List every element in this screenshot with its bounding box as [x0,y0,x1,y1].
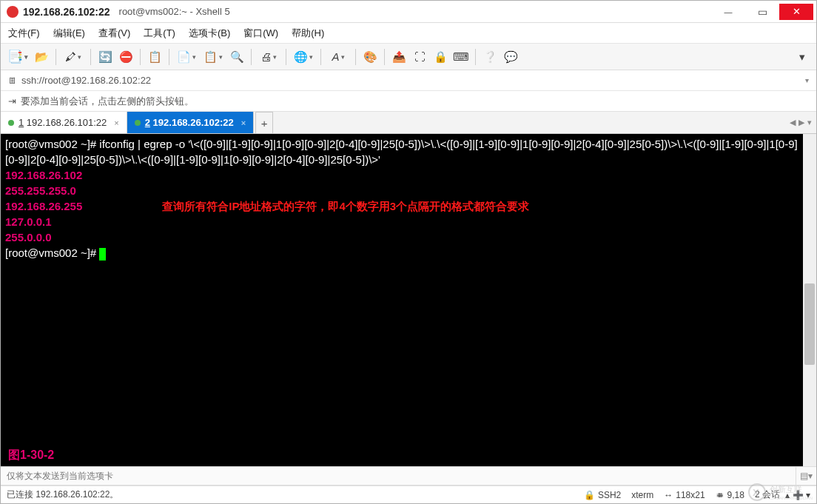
lock-icon: 🔒 [584,490,595,500]
menu-file[interactable]: 文件(F) [8,27,40,40]
terminal-area: [root@vms002 ~]# ifconfig | egrep -o '\<… [1,134,816,466]
address-url[interactable]: ssh://root@192.168.26.102:22 [21,75,151,86]
tab-index: 1 [19,117,24,128]
tab-prev-button[interactable]: ◀ [790,118,796,127]
status-sessions: 2 会话 ▴ ➕ ▾ [755,488,810,501]
lock-icon: 🗏 [8,75,17,86]
scrollbar-track[interactable] [803,134,816,466]
menu-tab[interactable]: 选项卡(B) [189,27,230,40]
session-tabstrip: 1 192.168.26.101:22 × 2 192.168.26.102:2… [1,112,816,134]
menu-view[interactable]: 查看(V) [98,27,130,40]
status-dot-icon [135,120,141,126]
compose-bar: ▤▾ [1,466,816,485]
app-icon [7,6,19,18]
figure-label: 图1-30-2 [8,448,54,462]
disconnect-button[interactable]: ⛔ [116,47,135,67]
toolbar-separator [384,49,385,65]
hint-text: 要添加当前会话，点击左侧的箭头按钮。 [21,95,194,108]
tab-nav: ◀ ▶ ▾ [790,112,816,133]
position-icon: ⩩ [716,490,724,500]
menu-help[interactable]: 帮助(H) [292,27,324,40]
status-dot-icon [8,120,14,126]
compose-target-button[interactable]: ▤▾ [796,467,816,485]
fullscreen-button[interactable]: ⛶ [410,47,429,67]
hint-arrow-icon[interactable]: ⇥ [8,95,16,107]
status-ssh: 🔒SSH2 [584,490,621,500]
toolbar-separator [140,49,141,65]
feedback-button[interactable]: 💬 [501,47,520,67]
color-scheme-button[interactable]: 🎨 [360,47,380,67]
toolbar-separator [56,49,56,65]
status-size: ↔ 118x21 [664,490,705,500]
copy-button[interactable]: 📄 [174,47,199,67]
encoding-button[interactable]: 🌐 [291,47,316,67]
lock-button[interactable]: 🔒 [431,47,450,67]
toolbar-separator [475,49,476,65]
toolbar-overflow-button[interactable]: ▾ [793,47,812,67]
window-maximize-button[interactable] [745,4,779,20]
status-bar: 已连接 192.168.26.102:22。 🔒SSH2 xterm ↔ 118… [1,485,816,503]
tab-index: 2 [145,117,150,128]
address-overflow[interactable]: ▾ [805,76,809,84]
tab-close-button[interactable]: × [114,118,118,127]
menu-edit[interactable]: 编辑(E) [53,27,85,40]
terminal-output: 192.168.26.102 [5,169,82,181]
session-tab-2[interactable]: 2 192.168.26.102:22 × [127,112,254,133]
status-term: xterm [631,490,653,500]
terminal-scrollbar[interactable] [803,134,816,466]
open-button[interactable]: 📂 [32,47,51,67]
compose-input[interactable] [1,471,796,481]
window-close-button[interactable] [779,4,813,20]
address-bar: 🗏 ssh://root@192.168.26.102:22 ▾ [1,70,816,91]
menubar: 文件(F) 编辑(E) 查看(V) 工具(T) 选项卡(B) 窗口(W) 帮助(… [1,23,816,44]
reconnect-button[interactable]: 🔄 [95,47,115,67]
paste-button[interactable]: 📋 [201,47,226,67]
menu-tools[interactable]: 工具(T) [144,27,175,40]
toolbar-separator [90,49,91,65]
resize-icon: ↔ [664,490,673,500]
new-session-button[interactable]: 📑 [5,47,30,67]
new-tab-button[interactable]: + [255,112,273,133]
highlight-button[interactable]: 🖍 [61,47,86,67]
titlebar-title: root@vms002:~ - Xshell 5 [119,6,230,17]
toolbar-separator [251,49,252,65]
terminal-cursor [99,248,106,261]
status-connection: 已连接 192.168.26.102:22。 [7,488,118,501]
terminal-output: 192.168.26.255 [5,200,82,212]
status-cursor: ⩩ 9,18 [716,490,744,500]
toolbar-separator [320,49,321,65]
tab-close-button[interactable]: × [241,118,246,127]
terminal-command: [root@vms002 ~]# ifconfig | egrep -o '\<… [5,138,798,166]
toolbar-separator [286,49,286,65]
titlebar: 192.168.26.102:22 root@vms002:~ - Xshell… [1,1,816,23]
tab-list-button[interactable]: ▾ [807,118,812,127]
terminal-output: 255.0.0.0 [5,231,52,243]
terminal-annotation: 查询所有符合IP地址格式的字符，即4个数字用3个点隔开的格式都符合要求 [162,200,529,212]
scrollbar-thumb[interactable] [804,283,815,365]
transfer-button[interactable]: 📤 [389,47,408,67]
properties-button[interactable]: 📋 [145,47,164,67]
help-button[interactable]: ❔ [480,47,500,67]
terminal[interactable]: [root@vms002 ~]# ifconfig | egrep -o '\<… [1,134,803,466]
tab-label: 192.168.26.101:22 [27,117,107,128]
toolbar: 📑 📂 🖍 🔄 ⛔ 📋 📄 📋 🔍 🖨 🌐 A 🎨 📤 ⛶ 🔒 ⌨ ❔ 💬 ▾ [1,44,816,70]
app-window: 192.168.26.102:22 root@vms002:~ - Xshell… [0,0,817,504]
hint-bar: ⇥ 要添加当前会话，点击左侧的箭头按钮。 [1,91,816,112]
keyboard-button[interactable]: ⌨ [451,47,471,67]
print-button[interactable]: 🖨 [256,47,281,67]
font-button[interactable]: A [326,47,351,67]
toolbar-separator [169,49,169,65]
session-tab-1[interactable]: 1 192.168.26.101:22 × [1,112,127,133]
terminal-output: 127.0.0.1 [5,215,52,228]
terminal-prompt: [root@vms002 ~]# [5,246,99,259]
tab-next-button[interactable]: ▶ [798,118,804,127]
menu-window[interactable]: 窗口(W) [243,27,278,40]
window-minimize-button[interactable] [711,4,745,20]
terminal-output: 255.255.255.0 [5,184,76,197]
tab-label: 192.168.26.102:22 [153,117,234,128]
find-button[interactable]: 🔍 [227,47,246,67]
toolbar-separator [355,49,356,65]
titlebar-host: 192.168.26.102:22 [23,6,110,18]
